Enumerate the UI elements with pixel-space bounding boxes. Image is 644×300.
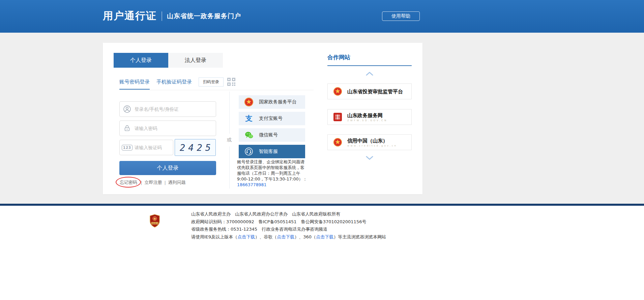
scroll-down-button[interactable] — [365, 155, 374, 161]
digits-icon: 123 — [120, 145, 135, 151]
forgot-password-link[interactable]: 忘记密码 — [120, 180, 137, 185]
smart-service-button[interactable]: 智能客服 — [239, 145, 305, 158]
tab-personal-login[interactable]: 个人登录 — [114, 53, 168, 68]
brand-subtitle: 山东省统一政务服务门户 — [167, 12, 241, 21]
captcha-field[interactable]: 123 — [119, 140, 173, 155]
footer-line-3: 省级政务服务热线：0531-12345 行政业务咨询电话见办事咨询频道 — [191, 226, 386, 233]
partner-name: 山东省投资审批监管平台 — [347, 89, 403, 95]
national-emblem-icon — [239, 97, 259, 107]
chevron-up-icon — [366, 71, 373, 76]
method-qr-login[interactable]: 扫码登录 — [199, 77, 224, 87]
svg-text:党政机关: 党政机关 — [151, 222, 158, 225]
brand-divider — [162, 11, 162, 21]
footer-text: 请使用IE9及以上版本（ — [191, 234, 237, 239]
captcha-input[interactable] — [135, 140, 173, 155]
partners-title: 合作网站 — [327, 54, 350, 61]
lock-icon — [120, 125, 135, 132]
national-emblem-icon — [328, 87, 347, 96]
divider-line — [229, 92, 230, 134]
tab-corporate-login[interactable]: 法人登录 — [168, 53, 223, 68]
link-separator: | — [164, 180, 166, 185]
partner-subtitle: ZWFW.SD.GOV.CN — [347, 119, 387, 122]
third-party-label: 国家政务服务平台 — [259, 99, 297, 105]
download-link-chrome[interactable]: 点击下载 — [277, 234, 294, 239]
national-platform-login-button[interactable]: 国家政务服务平台 — [239, 95, 305, 109]
chevron-down-icon — [366, 156, 373, 160]
link-separator: | — [141, 180, 142, 185]
or-divider: 或 — [225, 92, 234, 189]
third-party-label: 微信账号 — [259, 132, 278, 138]
method-sms-login[interactable]: 手机验证码登录 — [156, 79, 192, 85]
password-input[interactable] — [135, 121, 216, 136]
login-card: 个人登录 法人登录 账号密码登录 手机验证码登录 扫码登录 — [103, 43, 422, 194]
footer-text: ）、360（ — [294, 234, 316, 239]
qr-code-icon[interactable] — [227, 77, 236, 86]
user-icon — [120, 105, 135, 113]
service-notice: 账号登录注册、企业绑定相关问题请优先联系页面中的智能客服系统，客服电话（工作日：… — [237, 159, 309, 188]
third-party-label: 智能客服 — [259, 148, 278, 155]
partner-subtitle: www.creditsd.gov.cn — [347, 144, 397, 147]
scroll-up-button[interactable] — [365, 71, 374, 76]
national-emblem-icon — [328, 138, 347, 147]
alipay-login-button[interactable]: 支 支付宝账号 — [239, 112, 305, 125]
partner-card-investment[interactable]: 山东省投资审批监管平台 — [327, 84, 412, 99]
brand: 用户通行证 山东省统一政务服务门户 — [103, 9, 241, 23]
methods-divider — [119, 90, 314, 90]
login-links: 忘记密码 | 立即注册 | 遇到问题 — [119, 179, 186, 186]
seal-icon — [328, 112, 347, 122]
method-password-login[interactable]: 账号密码登录 — [119, 79, 150, 85]
partner-name: 山东政务服务网 — [347, 112, 387, 119]
personal-login-button[interactable]: 个人登录 — [119, 161, 216, 175]
headset-icon — [239, 147, 259, 156]
footer-line-1: 山东省人民政府主办 山东省人民政府办公厅承办 山东省人民政府版权所有 — [191, 210, 386, 218]
service-notice-text: 账号登录注册、企业绑定相关问题请优先联系页面中的智能客服系统，客服电话（工作日：… — [237, 159, 307, 181]
wechat-login-button[interactable]: 微信账号 — [239, 128, 305, 142]
captcha-image[interactable]: 2425 — [175, 139, 216, 156]
footer-text-block: 山东省人民政府主办 山东省人民政府办公厅承办 山东省人民政府版权所有 政府网站识… — [191, 210, 386, 241]
partner-card-credit[interactable]: 信用中国（山东） www.creditsd.gov.cn — [327, 134, 412, 150]
password-field[interactable] — [119, 121, 216, 136]
problem-link[interactable]: 遇到问题 — [168, 179, 186, 186]
help-button[interactable]: 使用帮助 — [382, 11, 420, 21]
footer: 党政机关 山东省人民政府主办 山东省人民政府办公厅承办 山东省人民政府版权所有 … — [0, 206, 644, 300]
partners-underline — [327, 65, 412, 66]
footer-text: ）、谷歌（ — [255, 234, 277, 239]
register-link[interactable]: 立即注册 — [144, 179, 162, 186]
download-link-ie[interactable]: 点击下载 — [237, 234, 255, 239]
partner-name: 信用中国（山东） — [347, 138, 397, 144]
page-title: 用户通行证 — [103, 9, 157, 23]
or-text: 或 — [227, 134, 232, 146]
divider-line — [229, 146, 230, 189]
username-input[interactable] — [135, 102, 216, 116]
download-link-360[interactable]: 点击下载 — [316, 234, 333, 239]
footer-text: ）等主流浏览器浏览本网站 — [333, 234, 386, 239]
alipay-icon: 支 — [239, 115, 259, 122]
page: 用户通行证 山东省统一政务服务门户 使用帮助 个人登录 法人登录 账号密码登录 … — [0, 0, 644, 300]
footer-line-4: 请使用IE9及以上版本（点击下载）、谷歌（点击下载）、360（点击下载）等主流浏… — [191, 233, 386, 241]
government-badge-icon: 党政机关 — [149, 214, 160, 229]
login-methods: 账号密码登录 手机验证码登录 扫码登录 — [119, 76, 236, 87]
footer-line-2: 政府网站识别码：3700000092 鲁ICP备05051451 鲁公网安备37… — [191, 218, 386, 226]
wechat-icon — [239, 131, 259, 140]
partner-card-zwfw[interactable]: 山东政务服务网 ZWFW.SD.GOV.CN — [327, 109, 412, 125]
third-party-label: 支付宝账号 — [259, 115, 283, 122]
service-phone-link[interactable]: 18663778981 — [237, 182, 266, 187]
header: 用户通行证 山东省统一政务服务门户 使用帮助 — [0, 0, 644, 33]
username-field[interactable] — [119, 101, 216, 117]
